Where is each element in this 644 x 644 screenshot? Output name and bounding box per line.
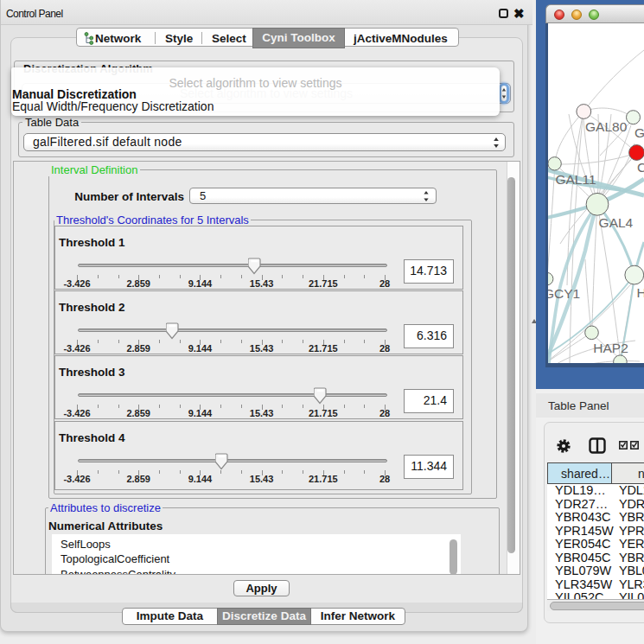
svg-text:GCY1: GCY1 [548,286,580,301]
svg-text:C: C [637,160,644,175]
svg-text:GAL11: GAL11 [555,172,596,187]
svg-text:GAL: GAL [634,125,644,140]
svg-text:GAL4: GAL4 [599,215,634,230]
svg-text:GAL80: GAL80 [585,119,628,134]
svg-text:HIS: HIS [637,285,644,300]
svg-text:HAP2: HAP2 [593,341,628,355]
